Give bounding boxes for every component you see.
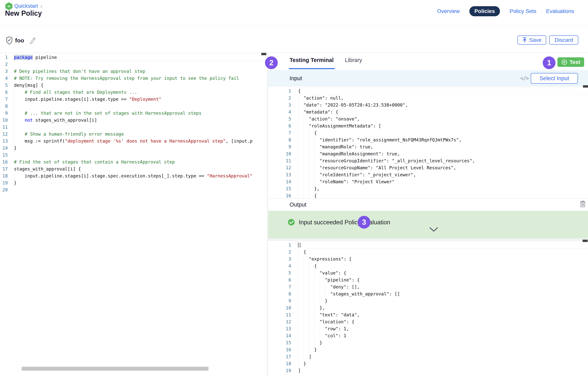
code-line[interactable]: 16# Find the set of stages that contain …	[0, 158, 267, 165]
code-line[interactable]: 5"value": {	[268, 270, 588, 276]
policy-shield-icon	[6, 36, 13, 45]
trash-icon[interactable]	[579, 200, 586, 208]
code-line[interactable]: 18input.pipeline.stages[i].stage.spec.ex…	[0, 172, 267, 179]
input-vertical-scrollbar[interactable]	[583, 85, 588, 88]
code-line[interactable]: 10"managedRoleAssignment": true,	[268, 150, 588, 157]
code-line[interactable]: 2	[0, 61, 267, 68]
code-line[interactable]: 17stages_with_approval[i] {	[0, 165, 267, 172]
code-line[interactable]: 4"metadata": {	[268, 108, 588, 116]
code-line[interactable]: 1package pipeline	[0, 54, 267, 61]
code-line[interactable]: 3"date": "2022-05-05T20:41:23.538+0000",	[268, 102, 588, 108]
code-line[interactable]: 14}	[0, 144, 267, 152]
banner-message: Input succeeded Policy Evaluation	[299, 219, 390, 226]
select-input-button[interactable]: Select Input	[531, 73, 578, 84]
play-circle-icon	[561, 59, 567, 65]
code-line[interactable]: 2{	[268, 248, 588, 256]
active-tab-underline	[289, 68, 335, 69]
discard-button[interactable]: Discard	[549, 35, 578, 45]
tab-library[interactable]: Library	[345, 57, 362, 63]
code-line[interactable]: 6# Find all stages that are Deployments …	[0, 89, 267, 96]
upload-icon	[522, 37, 527, 43]
callout-badge-3: 3	[358, 216, 371, 229]
nav-item-evaluations[interactable]: Evaluations	[546, 8, 574, 14]
select-input-label: Select Input	[539, 75, 569, 82]
breadcrumb-chevron-icon: ›	[40, 3, 42, 9]
code-line[interactable]: 7input.pipeline.stages[i].stage.type == …	[0, 96, 267, 103]
code-line[interactable]: 10not stages_with_approval[i]	[0, 117, 267, 124]
code-line[interactable]: 4{	[268, 262, 588, 270]
code-line[interactable]: 1{	[268, 88, 588, 94]
code-line[interactable]: 9"managedRole": true,	[268, 143, 588, 150]
panel-divider	[268, 52, 268, 377]
code-line[interactable]: 12# Show a human-friendly error message	[0, 130, 267, 138]
code-line[interactable]: 19}	[0, 179, 267, 186]
save-label: Save	[529, 37, 542, 43]
header-divider	[0, 25, 588, 25]
harness-logo-icon: ∞	[5, 2, 12, 10]
code-line[interactable]: 15	[0, 152, 267, 158]
success-check-icon	[288, 219, 295, 226]
code-line[interactable]: 13"row": 1,	[268, 325, 588, 332]
code-line[interactable]: 19]	[268, 367, 588, 374]
code-line[interactable]: 11	[0, 124, 267, 130]
input-label: Input	[290, 75, 302, 82]
input-json-editor[interactable]: 1{2"action": null,3"date": "2022-05-05T2…	[268, 86, 588, 198]
output-label: Output	[290, 201, 306, 208]
code-line[interactable]: 17]	[268, 353, 588, 360]
code-line[interactable]: 20	[0, 186, 267, 193]
nav-item-overview[interactable]: Overview	[437, 8, 460, 14]
code-line[interactable]: 11"resourceGroupIdentifier": "_all_proje…	[268, 157, 588, 164]
callout-badge-1: 1	[543, 56, 555, 69]
policy-name: foo	[15, 37, 24, 44]
test-button[interactable]: Test	[557, 57, 584, 67]
code-line[interactable]: 8"stages_with_approval": []	[268, 290, 588, 297]
code-line[interactable]: 12"resourceGroupName": "All Project Leve…	[268, 164, 588, 171]
output-section-header	[268, 198, 588, 211]
code-line[interactable]: 2"action": null,	[268, 94, 588, 102]
tab-testing-terminal[interactable]: Testing Terminal	[290, 57, 334, 63]
code-line[interactable]: 13msg := sprintf("deployment stage '%s' …	[0, 138, 267, 144]
discard-label: Discard	[555, 37, 573, 43]
breadcrumb[interactable]: Quickstart	[14, 3, 38, 9]
nav-item-policy-sets[interactable]: Policy Sets	[510, 8, 537, 14]
rego-vertical-scrollbar[interactable]	[261, 53, 266, 55]
code-line[interactable]: 18}	[268, 360, 588, 367]
output-vertical-scrollbar[interactable]	[583, 240, 588, 242]
code-line[interactable]: 15}	[268, 339, 588, 346]
code-line[interactable]: 11"text": "data",	[268, 311, 588, 318]
code-line[interactable]: 14"roleName": "Project Viewer"	[268, 178, 588, 185]
code-line[interactable]: 15},	[268, 185, 588, 192]
edit-pencil-icon[interactable]	[29, 36, 36, 44]
code-line[interactable]: 5deny[msg] {	[0, 82, 267, 89]
code-line[interactable]: 3# Deny pipelines that don't have an app…	[0, 68, 267, 75]
chevron-down-icon[interactable]	[429, 227, 438, 232]
save-button[interactable]: Save	[518, 35, 546, 45]
code-line[interactable]: 7{	[268, 130, 588, 136]
code-line[interactable]: 10},	[268, 304, 588, 311]
top-nav: Overview Policies Policy Sets Evaluation…	[437, 6, 574, 16]
page-title: New Policy	[5, 9, 42, 17]
code-brackets-icon[interactable]: </>	[520, 75, 529, 81]
code-line[interactable]: 8	[0, 103, 267, 110]
code-line[interactable]: 7"deny": [],	[268, 283, 588, 290]
code-line[interactable]: 6"pipeline": {	[268, 276, 588, 283]
code-line[interactable]: 16}	[268, 346, 588, 353]
nav-item-policies[interactable]: Policies	[469, 6, 500, 16]
callout-badge-2: 2	[265, 56, 278, 69]
code-line[interactable]: 12"location": {	[268, 318, 588, 325]
code-line[interactable]: 6"roleAssignmentMetadata": [	[268, 122, 588, 130]
code-line[interactable]: 4# NOTE: Try removing the HarnessApprova…	[0, 75, 267, 82]
code-line[interactable]: 9# ... that are not in the set of stages…	[0, 110, 267, 117]
code-line[interactable]: 1[	[268, 242, 588, 248]
code-line[interactable]: 5"action": "onsave",	[268, 116, 588, 122]
test-label: Test	[569, 59, 580, 65]
code-line[interactable]: 3"expressions": [	[268, 256, 588, 262]
output-json-editor[interactable]: 1[2{3"expressions": [4{5"value": {6"pipe…	[268, 241, 588, 377]
code-line[interactable]: 13"roleIdentifier": "_project_viewer",	[268, 171, 588, 178]
code-line[interactable]: 16{	[268, 192, 588, 198]
code-line[interactable]: 9}	[268, 297, 588, 304]
code-line[interactable]: 14"col": 1	[268, 332, 588, 339]
rego-editor[interactable]: 1package pipeline23# Deny pipelines that…	[0, 52, 267, 377]
horizontal-scrollbar[interactable]	[22, 367, 208, 371]
code-line[interactable]: 8"identifier": "role_assignment_NsFQM43R…	[268, 136, 588, 143]
